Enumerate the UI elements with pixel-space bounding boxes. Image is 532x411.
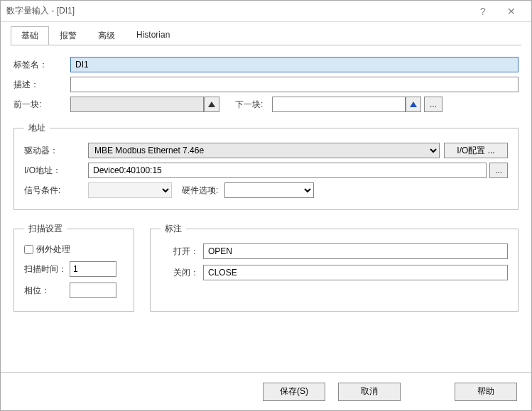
- driver-select[interactable]: MBE Modbus Ethernet 7.46e: [88, 143, 440, 158]
- tag-label: 标签名：: [13, 59, 70, 71]
- scan-legend: 扫描设置: [24, 223, 67, 235]
- open-label: 打开：: [161, 246, 203, 258]
- sigcond-select[interactable]: [88, 182, 172, 198]
- sigcond-label: 信号条件:: [24, 185, 88, 197]
- next-spin-up-icon[interactable]: [406, 97, 421, 112]
- tab-historian[interactable]: Historian: [126, 26, 180, 45]
- body: 标签名： 描述： 前一块: 下一块: ... 地址 驱动器：: [1, 45, 531, 372]
- scantime-input[interactable]: [70, 261, 116, 277]
- prev-input[interactable]: [70, 97, 204, 112]
- ioconfig-button[interactable]: I/O配置 ...: [444, 143, 508, 158]
- ioaddr-input[interactable]: [88, 163, 487, 178]
- phase-input[interactable]: [70, 283, 116, 298]
- prev-spin-up-icon[interactable]: [204, 97, 219, 112]
- close-icon[interactable]: ✕: [497, 1, 526, 21]
- labeling-fieldset: 标注 打开： 关闭：: [150, 223, 519, 312]
- help-icon[interactable]: ?: [469, 1, 497, 21]
- address-fieldset: 地址 驱动器： MBE Modbus Ethernet 7.46e I/O配置 …: [13, 122, 519, 210]
- scantime-label: 扫描时间：: [24, 263, 67, 275]
- tab-advanced[interactable]: 高级: [87, 26, 126, 45]
- tag-input[interactable]: [70, 57, 519, 72]
- close-label: 关闭：: [161, 267, 203, 279]
- driver-label: 驱动器：: [24, 145, 88, 157]
- titlebar: 数字量输入 - [DI1] ? ✕: [1, 1, 531, 22]
- hwopt-select[interactable]: [224, 182, 314, 198]
- address-legend: 地址: [24, 122, 50, 134]
- save-button[interactable]: 保存(S): [263, 383, 325, 401]
- exception-label: 例外处理: [36, 243, 70, 256]
- ioaddr-more-button[interactable]: ...: [489, 163, 508, 178]
- ioaddr-label: I/O地址：: [24, 165, 88, 177]
- scan-fieldset: 扫描设置 例外处理 扫描时间： 相位：: [13, 223, 134, 312]
- prev-label: 前一块:: [13, 99, 70, 111]
- help-button[interactable]: 帮助: [455, 383, 517, 401]
- tab-alarm[interactable]: 报警: [49, 26, 87, 45]
- labeling-legend: 标注: [161, 223, 186, 235]
- close-input[interactable]: [203, 265, 508, 280]
- next-more-button[interactable]: ...: [424, 97, 443, 112]
- exception-checkbox[interactable]: [24, 245, 33, 254]
- tab-basic[interactable]: 基础: [11, 26, 49, 45]
- hwopt-label: 硬件选项:: [182, 185, 224, 197]
- window: 数字量输入 - [DI1] ? ✕ 基础 报警 高级 Historian 标签名…: [0, 0, 532, 411]
- window-title: 数字量输入 - [DI1]: [6, 5, 469, 17]
- open-input[interactable]: [203, 243, 508, 259]
- cancel-button[interactable]: 取消: [338, 383, 401, 401]
- phase-label: 相位：: [24, 285, 67, 297]
- next-input[interactable]: [272, 97, 406, 112]
- next-label: 下一块:: [235, 99, 272, 111]
- footer: 保存(S) 取消 帮助: [1, 372, 531, 410]
- desc-label: 描述：: [13, 79, 70, 91]
- tabs: 基础 报警 高级 Historian: [1, 22, 531, 45]
- desc-input[interactable]: [70, 77, 519, 92]
